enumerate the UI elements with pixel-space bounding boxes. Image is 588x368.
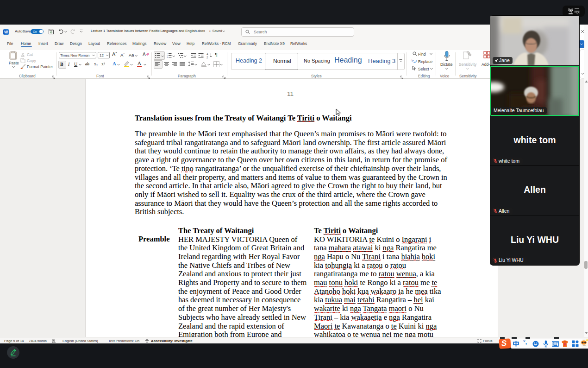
svg-text:W: W <box>4 30 8 34</box>
svg-text:Z: Z <box>206 56 208 59</box>
svg-text:3: 3 <box>167 57 168 58</box>
svg-text:A: A <box>206 53 208 56</box>
